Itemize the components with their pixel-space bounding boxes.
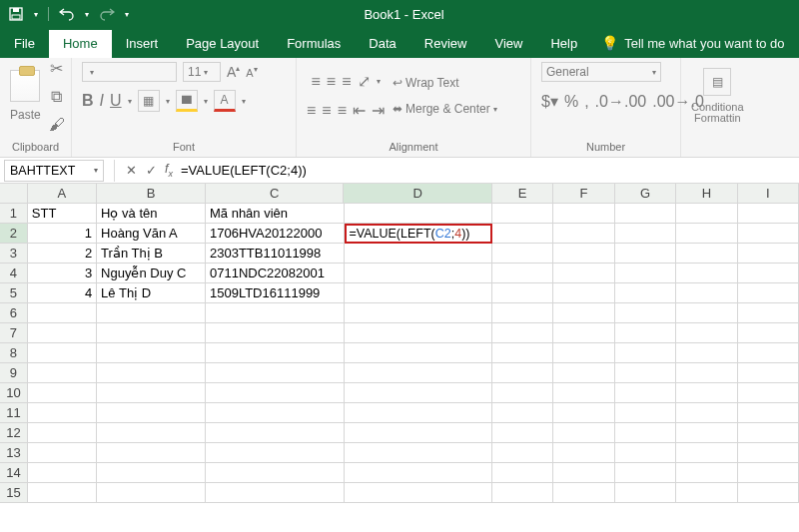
row-header-15[interactable]: 15 bbox=[0, 483, 28, 503]
chevron-down-icon[interactable]: ▾ bbox=[377, 77, 381, 86]
italic-button[interactable]: I bbox=[100, 92, 104, 110]
tab-page-layout[interactable]: Page Layout bbox=[172, 30, 273, 58]
cell-A2[interactable]: 1 bbox=[28, 224, 97, 244]
cell-G3[interactable] bbox=[615, 244, 676, 264]
cell-C11[interactable] bbox=[206, 403, 345, 423]
cell-D11[interactable] bbox=[345, 403, 492, 423]
cell-A9[interactable] bbox=[28, 363, 97, 383]
spreadsheet-grid[interactable]: A B C D E F G H I 1 STT Họ và tên Mã nhâ… bbox=[0, 184, 799, 503]
decrease-indent-icon[interactable]: ⇤ bbox=[353, 101, 366, 120]
cell-B1[interactable]: Họ và tên bbox=[97, 204, 206, 224]
row-header-9[interactable]: 9 bbox=[0, 363, 28, 383]
cell-D8[interactable] bbox=[345, 343, 492, 363]
row-header-14[interactable]: 14 bbox=[0, 463, 28, 483]
cell-H8[interactable] bbox=[676, 343, 737, 363]
cell-B10[interactable] bbox=[97, 383, 206, 403]
cell-G14[interactable] bbox=[615, 463, 676, 483]
cell-F13[interactable] bbox=[553, 443, 614, 463]
cell-E1[interactable] bbox=[492, 204, 553, 224]
cell-I3[interactable] bbox=[738, 244, 799, 264]
cell-C2[interactable]: 1706HVA20122000 bbox=[206, 224, 345, 244]
row-header-13[interactable]: 13 bbox=[0, 443, 28, 463]
borders-button[interactable]: ▦ bbox=[138, 90, 160, 112]
bold-button[interactable]: B bbox=[82, 92, 94, 110]
cell-H7[interactable] bbox=[676, 323, 737, 343]
cell-B14[interactable] bbox=[97, 463, 206, 483]
align-top-icon[interactable]: ≡ bbox=[312, 73, 321, 91]
align-right-icon[interactable]: ≡ bbox=[338, 102, 347, 120]
cell-I14[interactable] bbox=[738, 463, 799, 483]
align-bottom-icon[interactable]: ≡ bbox=[342, 73, 351, 91]
cell-F9[interactable] bbox=[553, 363, 614, 383]
cell-I10[interactable] bbox=[738, 383, 799, 403]
cell-H15[interactable] bbox=[676, 483, 737, 503]
cell-H10[interactable] bbox=[676, 383, 737, 403]
cell-I9[interactable] bbox=[738, 363, 799, 383]
cell-I15[interactable] bbox=[738, 483, 799, 503]
align-middle-icon[interactable]: ≡ bbox=[327, 73, 336, 91]
cell-B6[interactable] bbox=[97, 303, 206, 323]
tab-home[interactable]: Home bbox=[49, 30, 112, 58]
cell-B11[interactable] bbox=[97, 403, 206, 423]
number-format-dropdown[interactable]: General ▾ bbox=[541, 62, 661, 82]
cell-C12[interactable] bbox=[206, 423, 345, 443]
cell-C4[interactable]: 0711NDC22082001 bbox=[206, 264, 345, 283]
cell-B4[interactable]: Nguyễn Duy C bbox=[97, 264, 206, 283]
cell-A8[interactable] bbox=[28, 343, 97, 363]
cell-H3[interactable] bbox=[676, 244, 737, 264]
cell-C6[interactable] bbox=[206, 303, 345, 323]
cell-I2[interactable] bbox=[738, 224, 799, 244]
select-all-corner[interactable] bbox=[0, 184, 28, 204]
cell-G7[interactable] bbox=[615, 323, 676, 343]
cell-B12[interactable] bbox=[97, 423, 206, 443]
cell-F7[interactable] bbox=[553, 323, 614, 343]
cell-B2[interactable]: Hoàng Văn A bbox=[97, 224, 206, 244]
cell-F15[interactable] bbox=[553, 483, 614, 503]
cell-E10[interactable] bbox=[492, 383, 553, 403]
cell-F3[interactable] bbox=[553, 244, 614, 264]
row-header-8[interactable]: 8 bbox=[0, 343, 28, 363]
cell-C7[interactable] bbox=[206, 323, 345, 343]
underline-button[interactable]: U bbox=[110, 92, 122, 110]
confirm-formula-button[interactable]: ✓ bbox=[141, 163, 161, 178]
cell-D2-editing[interactable]: =VALUE(LEFT(C2;4)) bbox=[345, 224, 492, 244]
cell-D12[interactable] bbox=[345, 423, 492, 443]
cell-E3[interactable] bbox=[492, 244, 553, 264]
cell-D14[interactable] bbox=[345, 463, 492, 483]
cell-C15[interactable] bbox=[206, 483, 345, 503]
tab-formulas[interactable]: Formulas bbox=[273, 30, 355, 58]
cell-B5[interactable]: Lê Thị D bbox=[97, 283, 206, 303]
row-header-12[interactable]: 12 bbox=[0, 423, 28, 443]
cell-H14[interactable] bbox=[676, 463, 737, 483]
cell-G6[interactable] bbox=[615, 303, 676, 323]
chevron-down-icon[interactable]: ▾ bbox=[128, 97, 132, 106]
cell-H11[interactable] bbox=[676, 403, 737, 423]
cell-G10[interactable] bbox=[615, 383, 676, 403]
cell-E14[interactable] bbox=[492, 463, 553, 483]
conditional-formatting-icon[interactable]: ▤ bbox=[703, 68, 731, 96]
cell-H4[interactable] bbox=[676, 264, 737, 283]
cell-F11[interactable] bbox=[553, 403, 614, 423]
cell-F8[interactable] bbox=[553, 343, 614, 363]
save-icon[interactable] bbox=[8, 6, 24, 22]
cell-B7[interactable] bbox=[97, 323, 206, 343]
font-size-dropdown[interactable]: 11 ▾ bbox=[183, 62, 221, 82]
cell-D4[interactable] bbox=[345, 264, 492, 283]
cell-A4[interactable]: 3 bbox=[28, 264, 97, 283]
cell-F5[interactable] bbox=[553, 283, 614, 303]
decrease-font-icon[interactable]: A▾ bbox=[246, 65, 257, 79]
cell-G4[interactable] bbox=[615, 264, 676, 283]
cell-B15[interactable] bbox=[97, 483, 206, 503]
col-header-A[interactable]: A bbox=[28, 184, 97, 204]
accounting-format-icon[interactable]: $▾ bbox=[541, 92, 558, 111]
cell-F14[interactable] bbox=[553, 463, 614, 483]
undo-icon[interactable] bbox=[59, 6, 75, 22]
tab-help[interactable]: Help bbox=[536, 30, 591, 58]
cell-C13[interactable] bbox=[206, 443, 345, 463]
cell-I13[interactable] bbox=[738, 443, 799, 463]
cell-C1[interactable]: Mã nhân viên bbox=[206, 204, 345, 224]
cell-B13[interactable] bbox=[97, 443, 206, 463]
cell-I5[interactable] bbox=[738, 283, 799, 303]
cell-I8[interactable] bbox=[738, 343, 799, 363]
cell-D7[interactable] bbox=[345, 323, 492, 343]
